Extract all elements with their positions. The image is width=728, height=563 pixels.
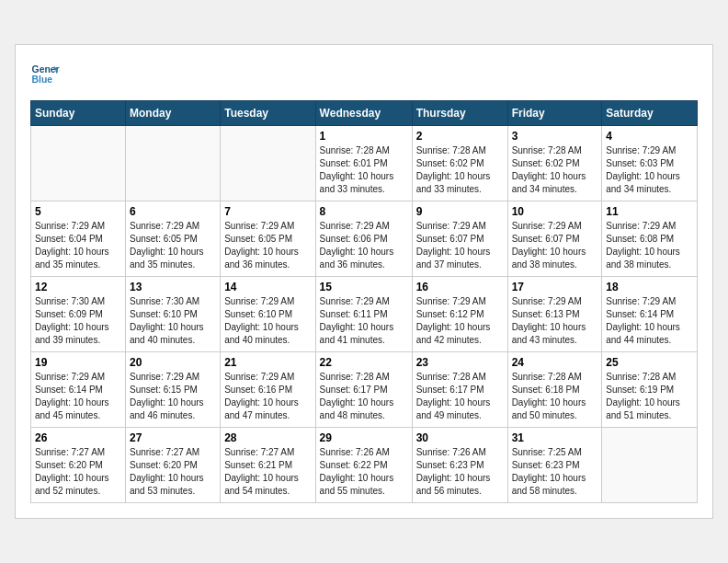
day-number: 28 <box>224 431 311 444</box>
day-cell-3: 3Sunrise: 7:28 AMSunset: 6:02 PMDaylight… <box>507 126 602 201</box>
day-info: Sunrise: 7:28 AMSunset: 6:18 PMDaylight:… <box>512 371 598 422</box>
day-cell-17: 17Sunrise: 7:29 AMSunset: 6:13 PMDayligh… <box>507 277 602 352</box>
day-info: Sunrise: 7:28 AMSunset: 6:17 PMDaylight:… <box>320 371 408 422</box>
day-header-tuesday: Tuesday <box>221 101 315 126</box>
day-cell-26: 26Sunrise: 7:27 AMSunset: 6:20 PMDayligh… <box>31 428 126 503</box>
day-cell-20: 20Sunrise: 7:29 AMSunset: 6:15 PMDayligh… <box>126 352 221 428</box>
day-cell-7: 7Sunrise: 7:29 AMSunset: 6:05 PMDaylight… <box>221 201 315 277</box>
day-info: Sunrise: 7:26 AMSunset: 6:23 PMDaylight:… <box>416 446 504 498</box>
day-cell-21: 21Sunrise: 7:29 AMSunset: 6:16 PMDayligh… <box>221 352 315 428</box>
day-cell-19: 19Sunrise: 7:29 AMSunset: 6:14 PMDayligh… <box>31 352 126 428</box>
day-info: Sunrise: 7:29 AMSunset: 6:04 PMDaylight:… <box>35 220 121 271</box>
day-number: 16 <box>416 281 504 293</box>
day-header-thursday: Thursday <box>412 101 507 126</box>
day-info: Sunrise: 7:29 AMSunset: 6:05 PMDaylight:… <box>130 220 216 271</box>
day-number: 4 <box>606 130 693 143</box>
day-info: Sunrise: 7:27 AMSunset: 6:21 PMDaylight:… <box>224 446 311 498</box>
day-number: 31 <box>512 431 598 444</box>
empty-cell <box>602 428 698 503</box>
calendar-container: General Blue SundayMondayTuesdayWednesda… <box>15 44 713 519</box>
day-info: Sunrise: 7:29 AMSunset: 6:07 PMDaylight:… <box>416 220 504 271</box>
day-info: Sunrise: 7:27 AMSunset: 6:20 PMDaylight:… <box>130 446 216 498</box>
calendar-grid: SundayMondayTuesdayWednesdayThursdayFrid… <box>30 100 698 503</box>
day-cell-12: 12Sunrise: 7:30 AMSunset: 6:09 PMDayligh… <box>31 277 126 352</box>
day-info: Sunrise: 7:29 AMSunset: 6:11 PMDaylight:… <box>320 295 408 347</box>
day-number: 7 <box>224 205 311 218</box>
day-number: 18 <box>606 281 693 293</box>
day-cell-24: 24Sunrise: 7:28 AMSunset: 6:18 PMDayligh… <box>507 352 602 428</box>
week-row-3: 12Sunrise: 7:30 AMSunset: 6:09 PMDayligh… <box>31 277 698 352</box>
day-header-saturday: Saturday <box>602 101 698 126</box>
day-cell-1: 1Sunrise: 7:28 AMSunset: 6:01 PMDaylight… <box>315 126 412 201</box>
day-cell-18: 18Sunrise: 7:29 AMSunset: 6:14 PMDayligh… <box>602 277 698 352</box>
day-cell-29: 29Sunrise: 7:26 AMSunset: 6:22 PMDayligh… <box>315 428 412 503</box>
day-number: 30 <box>416 431 504 444</box>
day-number: 10 <box>512 205 598 218</box>
day-cell-31: 31Sunrise: 7:25 AMSunset: 6:23 PMDayligh… <box>507 428 602 503</box>
day-info: Sunrise: 7:27 AMSunset: 6:20 PMDaylight:… <box>35 446 121 498</box>
empty-cell <box>126 126 221 201</box>
week-row-2: 5Sunrise: 7:29 AMSunset: 6:04 PMDaylight… <box>31 201 698 277</box>
day-cell-13: 13Sunrise: 7:30 AMSunset: 6:10 PMDayligh… <box>126 277 221 352</box>
day-cell-14: 14Sunrise: 7:29 AMSunset: 6:10 PMDayligh… <box>221 277 315 352</box>
day-info: Sunrise: 7:29 AMSunset: 6:08 PMDaylight:… <box>606 220 693 271</box>
day-number: 22 <box>320 356 408 369</box>
day-info: Sunrise: 7:29 AMSunset: 6:15 PMDaylight:… <box>130 371 216 422</box>
day-info: Sunrise: 7:29 AMSunset: 6:06 PMDaylight:… <box>320 220 408 271</box>
day-info: Sunrise: 7:28 AMSunset: 6:17 PMDaylight:… <box>416 371 504 422</box>
day-number: 8 <box>320 205 408 218</box>
days-header-row: SundayMondayTuesdayWednesdayThursdayFrid… <box>31 101 698 126</box>
day-info: Sunrise: 7:29 AMSunset: 6:13 PMDaylight:… <box>512 295 598 347</box>
day-header-sunday: Sunday <box>31 101 126 126</box>
empty-cell <box>221 126 315 201</box>
week-row-4: 19Sunrise: 7:29 AMSunset: 6:14 PMDayligh… <box>31 352 698 428</box>
week-row-5: 26Sunrise: 7:27 AMSunset: 6:20 PMDayligh… <box>31 428 698 503</box>
day-cell-30: 30Sunrise: 7:26 AMSunset: 6:23 PMDayligh… <box>412 428 507 503</box>
day-info: Sunrise: 7:28 AMSunset: 6:19 PMDaylight:… <box>606 371 693 422</box>
day-info: Sunrise: 7:25 AMSunset: 6:23 PMDaylight:… <box>512 446 598 498</box>
day-info: Sunrise: 7:29 AMSunset: 6:07 PMDaylight:… <box>512 220 598 271</box>
day-info: Sunrise: 7:29 AMSunset: 6:10 PMDaylight:… <box>224 295 311 347</box>
day-number: 13 <box>130 281 216 293</box>
day-info: Sunrise: 7:29 AMSunset: 6:14 PMDaylight:… <box>606 295 693 347</box>
day-cell-10: 10Sunrise: 7:29 AMSunset: 6:07 PMDayligh… <box>507 201 602 277</box>
day-number: 15 <box>320 281 408 293</box>
header: General Blue <box>30 60 698 89</box>
day-number: 1 <box>320 130 408 143</box>
day-cell-9: 9Sunrise: 7:29 AMSunset: 6:07 PMDaylight… <box>412 201 507 277</box>
logo: General Blue <box>30 60 60 89</box>
day-number: 9 <box>416 205 504 218</box>
day-cell-22: 22Sunrise: 7:28 AMSunset: 6:17 PMDayligh… <box>315 352 412 428</box>
svg-text:Blue: Blue <box>32 75 53 85</box>
day-cell-25: 25Sunrise: 7:28 AMSunset: 6:19 PMDayligh… <box>602 352 698 428</box>
day-info: Sunrise: 7:29 AMSunset: 6:14 PMDaylight:… <box>35 371 121 422</box>
day-info: Sunrise: 7:26 AMSunset: 6:22 PMDaylight:… <box>320 446 408 498</box>
day-info: Sunrise: 7:30 AMSunset: 6:10 PMDaylight:… <box>130 295 216 347</box>
day-number: 5 <box>35 205 121 218</box>
day-header-monday: Monday <box>126 101 221 126</box>
day-header-friday: Friday <box>507 101 602 126</box>
day-number: 3 <box>512 130 598 143</box>
day-cell-6: 6Sunrise: 7:29 AMSunset: 6:05 PMDaylight… <box>126 201 221 277</box>
day-info: Sunrise: 7:28 AMSunset: 6:01 PMDaylight:… <box>320 144 408 196</box>
day-info: Sunrise: 7:29 AMSunset: 6:12 PMDaylight:… <box>416 295 504 347</box>
day-cell-11: 11Sunrise: 7:29 AMSunset: 6:08 PMDayligh… <box>602 201 698 277</box>
day-cell-2: 2Sunrise: 7:28 AMSunset: 6:02 PMDaylight… <box>412 126 507 201</box>
day-cell-8: 8Sunrise: 7:29 AMSunset: 6:06 PMDaylight… <box>315 201 412 277</box>
day-cell-15: 15Sunrise: 7:29 AMSunset: 6:11 PMDayligh… <box>315 277 412 352</box>
empty-cell <box>31 126 126 201</box>
day-info: Sunrise: 7:28 AMSunset: 6:02 PMDaylight:… <box>416 144 504 196</box>
day-number: 12 <box>35 281 121 293</box>
day-info: Sunrise: 7:29 AMSunset: 6:05 PMDaylight:… <box>224 220 311 271</box>
day-cell-27: 27Sunrise: 7:27 AMSunset: 6:20 PMDayligh… <box>126 428 221 503</box>
day-info: Sunrise: 7:29 AMSunset: 6:16 PMDaylight:… <box>224 371 311 422</box>
day-number: 26 <box>35 431 121 444</box>
day-number: 6 <box>130 205 216 218</box>
day-number: 11 <box>606 205 693 218</box>
day-number: 19 <box>35 356 121 369</box>
day-info: Sunrise: 7:30 AMSunset: 6:09 PMDaylight:… <box>35 295 121 347</box>
day-cell-23: 23Sunrise: 7:28 AMSunset: 6:17 PMDayligh… <box>412 352 507 428</box>
day-info: Sunrise: 7:29 AMSunset: 6:03 PMDaylight:… <box>606 144 693 196</box>
day-cell-4: 4Sunrise: 7:29 AMSunset: 6:03 PMDaylight… <box>602 126 698 201</box>
logo-icon: General Blue <box>30 60 60 89</box>
